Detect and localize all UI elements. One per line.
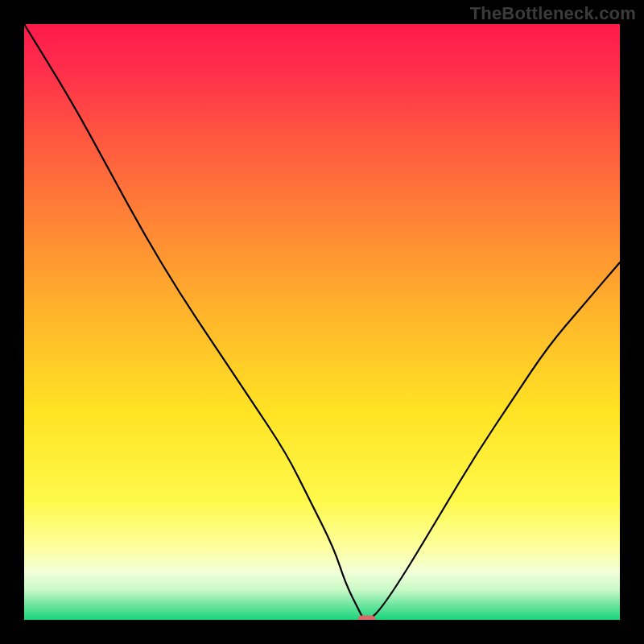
chart-frame: TheBottleneck.com <box>0 0 644 644</box>
watermark-text: TheBottleneck.com <box>470 3 636 24</box>
plot-svg <box>24 24 620 620</box>
gradient-background <box>24 24 620 620</box>
bottleneck-plot <box>24 24 620 620</box>
optimal-marker <box>358 616 376 621</box>
